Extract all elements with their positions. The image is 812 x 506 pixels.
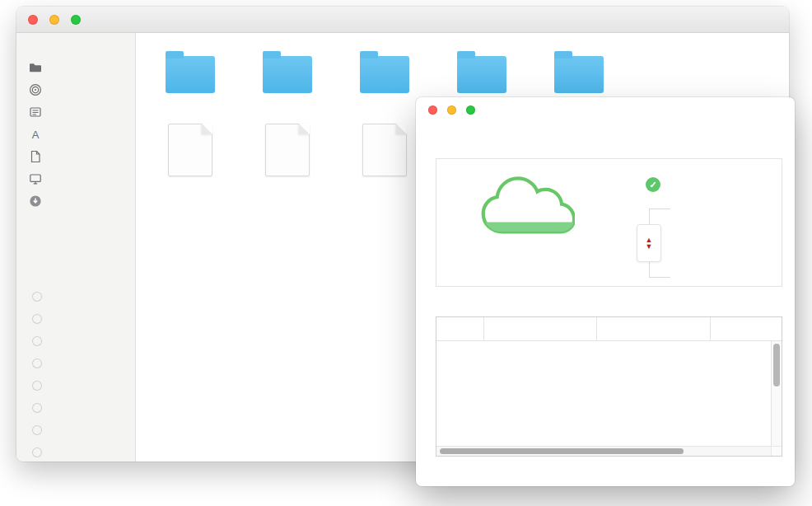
documents-icon [28, 150, 43, 163]
sidebar-tag-item[interactable] [16, 441, 135, 461]
column-header-action [483, 317, 596, 340]
document-decoration [196, 140, 208, 158]
folder-item[interactable] [239, 47, 336, 101]
horizontal-scrollbar[interactable] [436, 446, 771, 456]
sidebar-tag-item[interactable] [16, 419, 135, 441]
zoom-button[interactable] [466, 105, 475, 115]
tag-color-dot [32, 336, 42, 346]
folder-icon [263, 56, 312, 93]
scrollbar-corner [771, 446, 782, 456]
airdrop-icon [28, 83, 43, 96]
sidebar-section-tags [16, 269, 135, 281]
folder-icon [457, 56, 506, 93]
space-quota-block [436, 159, 616, 286]
sidebar-item-downloads[interactable] [16, 190, 135, 212]
folder-icon [28, 61, 43, 74]
tag-list [16, 285, 135, 461]
column-header-date [710, 317, 782, 340]
tag-color-dot [32, 292, 42, 302]
folder-row [137, 34, 789, 101]
minimize-button[interactable] [49, 15, 59, 25]
activity-table-header [436, 317, 782, 341]
folder-item[interactable] [336, 47, 433, 101]
document-item[interactable] [142, 122, 239, 184]
folder-icon [554, 56, 604, 93]
folder-icon [360, 56, 409, 93]
app-badge [171, 139, 194, 159]
svg-text:A: A [32, 128, 40, 140]
device-status-block: ✓ ▲ ▼ [616, 159, 675, 286]
sidebar-tag-item[interactable] [16, 307, 135, 330]
sidebar-tag-item[interactable] [16, 285, 135, 307]
window-controls [28, 15, 81, 25]
vertical-scrollbar-thumb[interactable] [773, 344, 780, 387]
minimize-button[interactable] [447, 105, 456, 115]
desktop-icon [28, 172, 43, 185]
sidebar-tag-item[interactable] [16, 374, 135, 396]
cloud-quota-icon [478, 171, 575, 243]
device-sync-icon: ▲ ▼ [637, 224, 661, 262]
overview-panel: ✓ ▲ ▼ [436, 158, 782, 287]
vboxx-sync-window: ✓ ▲ ▼ [416, 97, 795, 486]
column-header-status [436, 317, 483, 340]
sidebar-tag-item[interactable] [16, 352, 135, 374]
folder-item[interactable] [142, 47, 239, 101]
close-button[interactable] [428, 105, 437, 115]
sidebar-section-shared [16, 246, 135, 257]
sidebar-item-recents[interactable] [16, 101, 135, 123]
sidebar-tag-item[interactable] [16, 330, 135, 352]
folder-icon [166, 56, 215, 93]
column-header-name [596, 317, 710, 340]
recents-icon [28, 105, 43, 119]
sidebar-section-devices [16, 222, 135, 233]
finder-titlebar[interactable] [16, 7, 789, 33]
finder-sidebar: A [16, 33, 136, 461]
document-icon [168, 124, 212, 176]
document-icon [265, 124, 310, 176]
downloads-icon [28, 194, 43, 208]
document-icon [362, 124, 407, 176]
window-controls [428, 105, 475, 115]
sidebar-item-vboxx-sync[interactable] [16, 56, 135, 78]
tag-color-dot [32, 447, 42, 457]
document-item[interactable] [239, 122, 336, 184]
sidebar-section-favorites [16, 41, 135, 53]
zoom-button[interactable] [71, 15, 81, 25]
applications-icon: A [28, 128, 43, 141]
tag-color-dot [32, 425, 42, 435]
check-icon: ✓ [646, 177, 660, 192]
document-decoration [390, 140, 403, 158]
device-connector: ▲ ▼ [649, 208, 670, 278]
sidebar-tag-item[interactable] [16, 396, 135, 419]
document-decoration [293, 140, 306, 158]
horizontal-scrollbar-thumb[interactable] [440, 448, 684, 454]
sidebar-item-desktop[interactable] [16, 167, 135, 190]
app-badge [268, 139, 291, 159]
app-badge [366, 139, 388, 159]
folder-item[interactable] [433, 47, 530, 101]
tag-color-dot [32, 403, 42, 413]
sidebar-item-airdrop[interactable] [16, 78, 135, 101]
vertical-scrollbar[interactable] [771, 341, 782, 446]
arrow-down-icon: ▼ [646, 243, 653, 250]
tag-color-dot [32, 314, 42, 324]
folder-item[interactable] [530, 47, 628, 101]
close-button[interactable] [28, 15, 38, 25]
activity-table [436, 316, 782, 457]
tag-color-dot [32, 381, 42, 391]
sidebar-item-applications[interactable]: A [16, 123, 135, 145]
sidebar-item-documents[interactable] [16, 145, 135, 167]
tag-color-dot [32, 358, 42, 368]
